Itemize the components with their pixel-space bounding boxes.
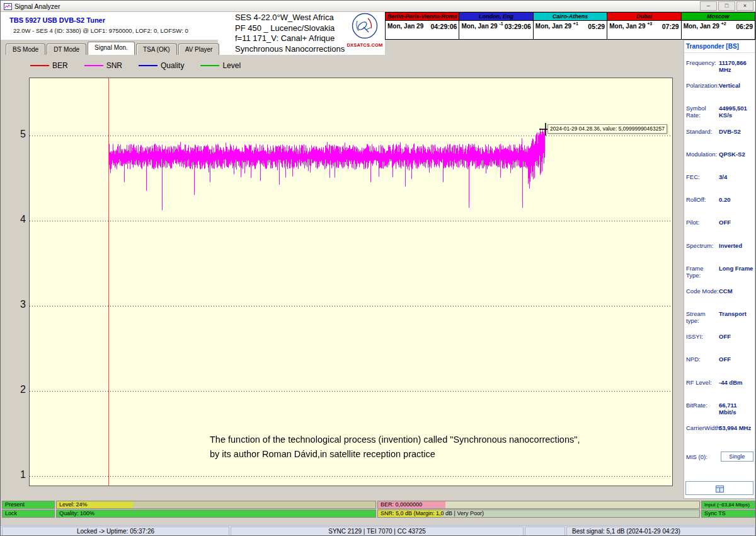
transponder-row: CarrierWidth:53,994 MHz [686,423,753,446]
transponder-row: RF Level:-44 dBm [686,378,753,400]
chart-legend: BERSNRQualityLevel [30,60,241,71]
clock-body: Mon, Jan 29-103:29:06 [459,21,532,39]
clock-london-eng: London, EngMon, Jan 29-103:29:06 [459,12,533,40]
clock-dubai: DubaiMon, Jan 29+307:29 [607,12,681,40]
satellite-info-line-2: PF 450 _ Lucenec/Slovakia [235,23,345,34]
legend-line-swatch [139,65,158,66]
transponder-value: OFF [719,356,753,363]
mis-select[interactable]: Single [721,452,754,462]
legend-label: SNR [106,61,122,70]
level-bar-label: Level: 24% [59,501,88,508]
transponder-row: Polarization:Vertical [686,81,753,103]
satellite-info-line-3: f=11 171_V: Canal+ Afrique [235,33,345,44]
transponder-row: Code Mode:CCM [686,286,753,309]
legend-label: Level [222,61,241,70]
clock-body: Mon, Jan 2904:29:06 [386,21,459,39]
clock-date: Mon, Jan 29 [387,23,423,30]
present-indicator: Present [2,501,55,509]
legend-line-swatch [200,65,219,66]
transponder-row: Spectrum:Inverted [686,241,753,264]
tuner-detail: 22.0W - SES 4 (ID: 3380) @ LOF1: 9750000… [13,27,188,34]
statusbar-spacer [525,527,565,536]
panel-footer-field[interactable] [685,481,753,495]
sync-ts-label: Sync TS [704,510,726,517]
y-axis-tick: 1 [9,469,26,481]
transponder-rows: Frequency:11170,866 MHzPolarization:Vert… [686,58,753,446]
level-bar: Level: 24% [56,501,376,509]
transponder-row: Modulation:QPSK-S2 [686,149,753,172]
annotation-line-2: by its author Roman Dávid,in satellite r… [210,447,580,462]
transponder-label: RollOff: [686,196,719,203]
status-row-2: Lock Quality: 100% SNR: 5,0 dB (Margin: … [1,510,756,518]
transponder-label: Pilot: [686,219,719,226]
transponder-label: ISSYI: [686,333,719,340]
snr-bar: SNR: 5,0 dB (Margin: 1,0 dB | Very Poor) [377,510,700,518]
clock-body: Mon, Jan 29+307:29 [607,21,680,39]
titlebar[interactable]: Signal Analyzer – □ × [1,1,755,12]
transponder-label: Frequency: [686,59,719,66]
tab-av-player[interactable]: AV Player [178,44,220,55]
transponder-label: Modulation: [686,151,719,158]
sync-ts-indicator: Sync TS [701,510,755,518]
clock-utc-offset: +3 [647,21,652,26]
transponder-value: CCM [719,288,753,294]
transponder-label: Stream type: [686,310,719,324]
transponder-value: 53,994 MHz [719,424,753,431]
clock-city-label: Dubai [607,13,680,21]
clock-city-label: London, Eng [459,13,532,21]
transponder-label: NPD: [686,356,719,363]
tab-signal-mon[interactable]: Signal Mon. [88,42,135,55]
status-row-1: Present Level: 24% BER: 0,0000000 Input … [1,501,756,509]
grid-icon [716,484,724,494]
statusbar: Locked -> Uptime: 05:37:26 SYNC 2129 | T… [1,525,756,536]
snr-bar-label: SNR: 5,0 dB (Margin: 1,0 dB | Very Poor) [381,510,484,517]
transponder-label: Frame Type: [686,265,719,279]
maximize-button[interactable]: □ [718,1,735,11]
tab-tsa-ok[interactable]: TSA (OK) [136,44,177,55]
legend-line-swatch [30,65,49,66]
transponder-row: NPD:OFF [686,354,753,377]
clock-date: Mon, Jan 29 [609,23,645,30]
clock-body: Mon, Jan 29+206:29 [682,21,755,39]
clock-city-label: Cairo-Athens [534,13,607,21]
transponder-value: QPSK-S2 [719,151,753,158]
transponder-label: Code Mode: [686,288,719,294]
tab-bs-mode[interactable]: BS Mode [6,44,45,55]
signal-chart-area: BERSNRQualityLevel 12345 The function of… [2,55,682,499]
transponder-label: BitRate: [686,402,719,409]
input-indicator: Input (~63,84 Mbps) [701,501,755,509]
tab-dt-mode[interactable]: DT Mode [47,44,86,55]
clock-utc-offset: +1 [573,21,578,26]
window-title: Signal Analyzer [14,3,60,10]
logo-caption: DXSATCS.COM [345,42,384,48]
transponder-value: 11170,866 MHz [719,59,753,73]
clock-date: Mon, Jan 29 [461,23,497,30]
clock-time: 04:29:06 [430,23,457,30]
minimize-button[interactable]: – [700,1,717,11]
legend-item-quality: Quality [139,61,184,70]
clock-utc-offset: +2 [721,21,726,26]
transponder-value: 44995,501 KS/s [719,105,753,119]
ber-bar-label: BER: 0,0000000 [381,501,422,508]
transponder-value: OFF [719,219,753,226]
signal-plot[interactable]: The function of the technological proces… [29,78,673,486]
close-button[interactable]: × [736,1,753,11]
transponder-panel: Transponder [BS] Frequency:11170,866 MHz… [684,40,755,499]
plot-canvas[interactable] [30,78,672,486]
transponder-row: BitRate:66,711 Mbit/s [686,400,753,423]
y-axis-tick: 3 [9,299,26,310]
transponder-row: Pilot:OFF [686,218,753,240]
statusbar-lock-uptime: Locked -> Uptime: 05:37:26 [2,527,229,536]
signal-analyzer-window: Signal Analyzer – □ × TBS 5927 USB DVB-S… [0,0,756,536]
clock-time: 06:29 [736,23,753,30]
transponder-row: FEC:3/4 [686,172,753,195]
transponder-value: 0.20 [719,196,753,203]
legend-line-swatch [84,65,103,66]
clock-date: Mon, Jan 29 [684,23,719,30]
chart-tooltip: 2024-01-29 04.28.36, value: 5,0999999046… [547,124,667,134]
tuner-name: TBS 5927 USB DVB-S2 Tuner [9,16,105,24]
legend-label: Quality [161,61,184,70]
transponder-row: Symbol Rate:44995,501 KS/s [686,103,753,126]
transponder-value: DVB-S2 [719,128,753,135]
quality-bar: Quality: 100% [56,510,376,518]
